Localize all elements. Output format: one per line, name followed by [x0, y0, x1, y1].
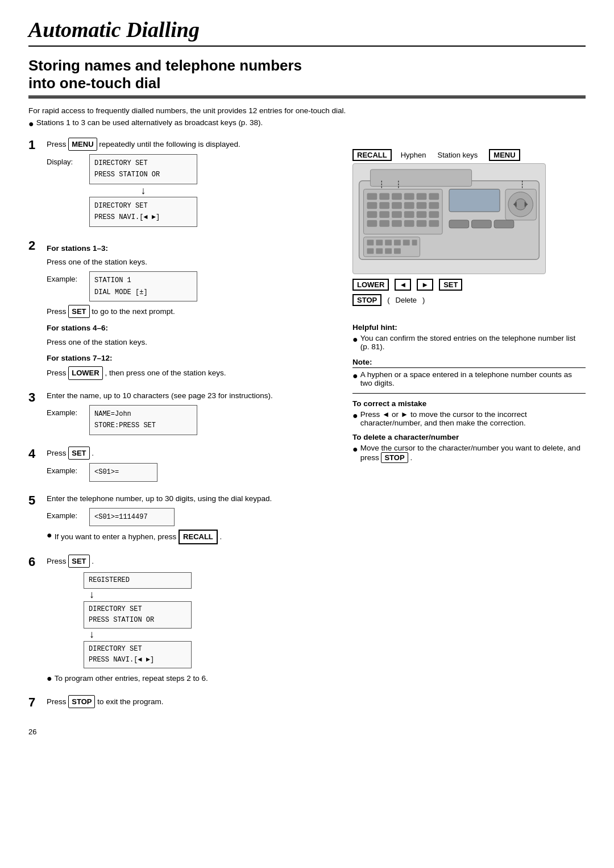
to-correct-section: To correct a mistake ● Press ◄ or ► to m…: [352, 399, 586, 427]
svg-rect-20: [417, 211, 427, 218]
step4-text2: .: [92, 449, 94, 457]
to-correct-title: To correct a mistake: [352, 399, 586, 408]
set-key-6: SET: [68, 555, 89, 568]
stop-diagram-label: STOP: [352, 294, 381, 306]
step5-bullet: ● If you want to enter a hyphen, press R…: [47, 530, 335, 544]
svg-rect-40: [394, 239, 401, 245]
display-label-1: Display:: [47, 154, 84, 168]
svg-rect-38: [376, 239, 383, 245]
step-6: 6 Press SET . REGISTERED ↓ DIRECTORY SET…: [28, 555, 335, 687]
svg-rect-42: [412, 239, 417, 245]
svg-rect-5: [379, 193, 389, 200]
svg-rect-34: [472, 220, 492, 228]
set-key-2: SET: [68, 305, 89, 319]
fax-diagram-svg: [352, 163, 546, 274]
step-1: 1 Press MENU repeatedly until the follow…: [28, 138, 335, 230]
helpful-hint-section: Helpful hint: ● You can confirm the stor…: [352, 323, 586, 351]
svg-rect-8: [417, 193, 427, 200]
svg-rect-7: [404, 193, 414, 200]
set-diagram-label: SET: [439, 279, 462, 291]
svg-rect-46: [394, 248, 401, 254]
svg-rect-33: [449, 220, 469, 228]
step-5: 5 Enter the telephone number, up to 30 d…: [28, 493, 335, 547]
step-number-4: 4: [28, 447, 47, 461]
recall-diagram-label: RECALL: [352, 149, 392, 161]
separator: [352, 393, 586, 394]
flow-arrow-1: ↓: [89, 185, 197, 196]
stop-key-delete: STOP: [381, 452, 408, 463]
svg-rect-27: [429, 220, 439, 227]
svg-rect-15: [429, 202, 439, 209]
step2-text1: Press one of the station keys.: [47, 257, 335, 268]
right-arrow-label: ►: [417, 279, 433, 291]
svg-rect-9: [429, 193, 439, 200]
note-section: Note: ● A hyphen or a space entered in a…: [352, 358, 586, 387]
display-box-5: <S01>=1114497: [89, 508, 175, 526]
station-keys-label: Station keys: [438, 151, 478, 159]
step7-text: Press: [47, 697, 68, 706]
step-number-7: 7: [28, 695, 47, 710]
step1-text2: repeatedly until the following is displa…: [99, 140, 240, 148]
to-delete-section: To delete a character/number ● Move the …: [352, 433, 586, 463]
svg-rect-16: [367, 211, 377, 218]
left-arrow-label: ◄: [395, 279, 411, 291]
display-box-3: NAME=John STORE:PRESS SET: [89, 405, 197, 435]
step-2: 2 For stations 1–3: Press one of the sta…: [28, 238, 335, 382]
flow-box-6b: DIRECTORY SET PRESS STATION OR: [84, 601, 192, 629]
section-title: Storing names and telephone numbers into…: [28, 57, 586, 98]
page-number: 26: [28, 728, 335, 736]
svg-rect-37: [367, 239, 374, 245]
recall-key-5: RECALL: [179, 530, 218, 544]
delete-label: Delete: [396, 296, 417, 304]
flow-box-6c: DIRECTORY SET PRESS NAVI.[◄ ►]: [84, 641, 192, 668]
svg-rect-17: [379, 211, 389, 218]
step-number-5: 5: [28, 493, 47, 508]
svg-rect-22: [367, 220, 377, 227]
step-7: 7 Press STOP to exit the program.: [28, 695, 335, 711]
step-number-6: 6: [28, 555, 47, 569]
svg-rect-23: [379, 220, 389, 227]
step2-sub1: For stations 1–3:: [47, 243, 335, 254]
svg-rect-45: [385, 248, 392, 254]
note-title: Note:: [352, 358, 586, 368]
display-box-4: <S01>=: [89, 463, 157, 481]
svg-rect-25: [404, 220, 414, 227]
step2-text2: Press: [47, 307, 68, 316]
delete-diagram-label: (: [387, 296, 389, 304]
step5-text: Enter the telephone number, up to 30 dig…: [47, 493, 335, 505]
step6-text2: .: [92, 557, 94, 565]
step6-bullet: ● To program other entries, repeat steps…: [47, 673, 335, 684]
svg-rect-35: [494, 220, 514, 228]
svg-rect-43: [367, 248, 374, 254]
step6-text: Press: [47, 557, 68, 565]
step3-text: Enter the name, up to 10 characters (see…: [47, 390, 335, 402]
menu-diagram-label: MENU: [489, 149, 520, 161]
step-3: 3 Enter the name, up to 10 characters (s…: [28, 390, 335, 439]
menu-key: MENU: [68, 138, 97, 151]
svg-rect-18: [392, 211, 402, 218]
svg-rect-41: [403, 239, 410, 245]
svg-rect-6: [392, 193, 402, 200]
svg-rect-24: [392, 220, 402, 227]
to-delete-title: To delete a character/number: [352, 433, 586, 441]
example-label-3: Example:: [47, 405, 84, 419]
to-delete-bullet: ● Move the cursor to the character/numbe…: [352, 444, 586, 463]
lower-diagram-label: LOWER: [352, 279, 389, 291]
hyphen-label: Hyphen: [401, 151, 426, 159]
step-number-2: 2: [28, 238, 47, 253]
svg-rect-14: [417, 202, 427, 209]
svg-rect-21: [429, 211, 439, 218]
step2-text6: , then press one of the station keys.: [105, 369, 226, 377]
example-label-4: Example:: [47, 463, 84, 477]
svg-rect-11: [379, 202, 389, 209]
set-key-4: SET: [68, 447, 89, 460]
display-box-1b: DIRECTORY SET PRESS NAVI.[◄ ►]: [89, 197, 197, 227]
svg-rect-44: [376, 248, 383, 254]
svg-rect-26: [417, 220, 427, 227]
step2-text4: Press one of the station keys.: [47, 337, 335, 348]
svg-rect-13: [404, 202, 414, 209]
step2-text3: to go to the next prompt.: [92, 307, 175, 316]
helpful-hint-title: Helpful hint:: [352, 323, 586, 332]
svg-rect-1: [370, 169, 471, 186]
step2-text5: Press: [47, 369, 68, 377]
